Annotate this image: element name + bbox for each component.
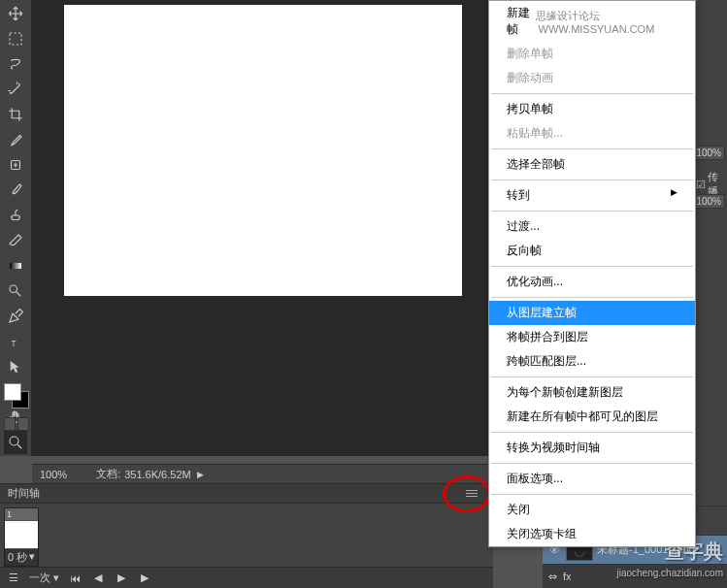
play-icon[interactable]: ▶ [114, 571, 129, 586]
menu-separator [491, 148, 693, 149]
svg-rect-0 [10, 33, 21, 45]
standard-mode-button[interactable] [4, 417, 16, 431]
menu-delete-anim: 删除动画 [489, 66, 695, 90]
dodge-tool[interactable] [4, 279, 27, 303]
menu-flatten-frames[interactable]: 将帧拼合到图层 [489, 325, 695, 349]
timeline-title: 时间轴 [8, 486, 40, 501]
menu-new-frame[interactable]: 新建帧 [507, 5, 536, 38]
opacity-value[interactable]: 100% [692, 146, 725, 160]
brush-tool[interactable] [4, 179, 27, 202]
prev-frame-icon[interactable]: ◀ [90, 571, 106, 586]
source-watermark: 思缘设计论坛 WWW.MISSYUAN.COM [536, 9, 689, 35]
timeline-header: 时间轴 [0, 484, 493, 504]
menu-goto[interactable]: 转到 [489, 183, 695, 208]
wand-tool[interactable] [4, 78, 27, 101]
doc-size-value: 351.6K/6.52M [124, 469, 191, 480]
menu-separator [491, 463, 693, 464]
menu-tween[interactable]: 过渡... [489, 214, 695, 239]
gradient-tool[interactable] [4, 254, 27, 278]
quickmask-row [4, 417, 29, 431]
link-layers-icon[interactable]: ⇔ [548, 571, 557, 583]
healing-brush-tool[interactable] [4, 153, 27, 177]
frame-number: 1 [5, 508, 38, 520]
doc-size-label: 文档: [96, 467, 120, 481]
menu-separator [491, 266, 693, 267]
path-select-tool[interactable] [4, 355, 27, 378]
next-frame-icon[interactable]: ▶ [137, 571, 152, 586]
clone-stamp-tool[interactable] [4, 204, 27, 227]
timeline-panel: 时间轴 1 0 秒 ▾ ☰ 一次 ▾ ⏮ ◀ ▶ ▶ [0, 483, 493, 588]
svg-point-6 [10, 437, 18, 445]
canvas-area [32, 0, 493, 456]
menu-copy-frame[interactable]: 拷贝单帧 [489, 97, 695, 121]
move-tool[interactable] [4, 2, 27, 25]
menu-convert-video[interactable]: 转换为视频时间轴 [489, 436, 695, 460]
timeline-controls: ☰ 一次 ▾ ⏮ ◀ ▶ ▶ [0, 567, 493, 588]
foreground-color[interactable] [4, 383, 21, 401]
crop-tool[interactable] [4, 103, 27, 126]
frame-delay[interactable]: 0 秒 ▾ [5, 549, 38, 566]
menu-match-layer[interactable]: 跨帧匹配图层... [489, 349, 695, 374]
menu-new-layer-per-frame[interactable]: 为每个新帧创建新图层 [489, 380, 695, 405]
menu-close[interactable]: 关闭 [489, 498, 695, 522]
menu-new-layer-visible[interactable]: 新建在所有帧中都可见的图层 [489, 405, 695, 429]
fill-value[interactable]: 100% [692, 194, 725, 209]
menu-select-all[interactable]: 选择全部帧 [489, 152, 695, 177]
fx-button[interactable]: fx [563, 571, 572, 582]
menu-close-tab-group[interactable]: 关闭选项卡组 [489, 522, 695, 546]
timeline-flyout-menu-button[interactable] [466, 487, 485, 501]
menu-separator [491, 93, 693, 94]
zoom-tool[interactable] [4, 431, 27, 454]
menu-separator [491, 297, 693, 298]
timeline-flyout-menu: 新建帧 思缘设计论坛 WWW.MISSYUAN.COM 删除单帧 删除动画 拷贝… [488, 0, 696, 547]
eyedropper-tool[interactable] [4, 128, 27, 151]
layers-footer: ⇔ fx [543, 565, 727, 588]
status-menu-arrow-icon[interactable]: ▶ [197, 470, 204, 479]
type-tool[interactable]: T [4, 330, 27, 353]
animation-frame-1[interactable]: 1 0 秒 ▾ [4, 507, 39, 567]
marquee-tool[interactable] [4, 27, 27, 50]
first-frame-icon[interactable]: ⏮ [67, 571, 83, 586]
quickmask-mode-button[interactable] [17, 417, 29, 431]
menu-optimize[interactable]: 优化动画... [489, 270, 695, 294]
svg-rect-2 [10, 263, 21, 269]
menu-delete-frame: 删除单帧 [489, 42, 695, 66]
eraser-tool[interactable] [4, 229, 27, 252]
status-bar: 100% 文档: 351.6K/6.52M ▶ [32, 464, 493, 483]
document-canvas[interactable] [64, 5, 462, 296]
tools-panel: T [0, 0, 32, 456]
menu-separator [491, 376, 693, 377]
menu-separator [491, 180, 693, 180]
frames-area: 1 0 秒 ▾ [0, 504, 493, 571]
chevron-down-icon: ▾ [29, 550, 35, 565]
menu-paste-frame: 粘贴单帧... [489, 121, 695, 146]
svg-text:T: T [12, 340, 17, 348]
color-swatch[interactable] [4, 383, 29, 408]
frame-thumbnail [5, 521, 38, 548]
lasso-tool[interactable] [4, 52, 27, 76]
menu-reverse[interactable]: 反向帧 [489, 239, 695, 263]
menu-separator [491, 494, 693, 495]
menu-panel-options[interactable]: 面板选项... [489, 467, 695, 491]
svg-point-3 [10, 285, 17, 293]
zoom-level[interactable]: 100% [40, 469, 67, 480]
checkbox-icon: ☑ [696, 179, 706, 191]
pen-tool[interactable] [4, 305, 27, 328]
convert-timeline-icon[interactable]: ☰ [6, 571, 21, 586]
loop-selector[interactable]: 一次 ▾ [29, 571, 59, 585]
menu-separator [491, 211, 693, 212]
menu-make-frames-from-layers[interactable]: 从图层建立帧 [489, 301, 695, 325]
menu-separator [491, 432, 693, 433]
